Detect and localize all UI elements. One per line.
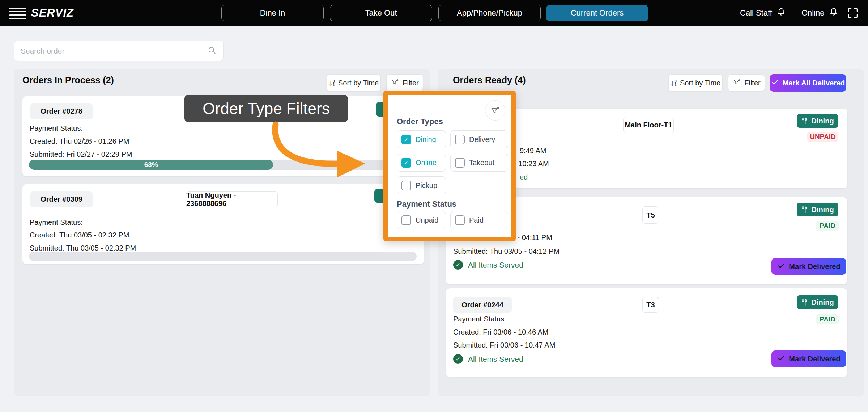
- order-progress-fill: 63%: [29, 160, 273, 170]
- paid-badge: PAID: [816, 221, 839, 231]
- checkbox-label: Delivery: [469, 135, 495, 144]
- sort-by-time-button[interactable]: ↓01 Sort by Time: [668, 74, 723, 92]
- checkbox-empty-icon: [455, 215, 465, 225]
- created-line: Created: Thu 02/26 - 01:26 PM: [30, 137, 129, 146]
- tab-take-out[interactable]: Take Out: [330, 5, 432, 21]
- mark-all-delivered-label: Mark All Delivered: [783, 79, 845, 87]
- table-chip: T5: [642, 206, 659, 224]
- checkbox-label: Takeout: [469, 159, 494, 167]
- created-line: Created: Fri 03/06 - 10:46 AM: [453, 328, 548, 336]
- table-chip: Main Floor-T1: [623, 117, 674, 133]
- dining-badge-label: Dining: [811, 206, 834, 214]
- ready-card-0244[interactable]: Order #0244 T3 Dining PAID Payment Statu…: [446, 288, 847, 377]
- sort-by-time-button[interactable]: ↓01 Sort by Time: [327, 74, 381, 92]
- all-items-served-label: All Items Served: [468, 355, 523, 363]
- checkbox-takeout[interactable]: Takeout: [450, 154, 508, 172]
- dining-badge: Dining: [797, 114, 838, 128]
- order-progress-bar: 63%: [29, 160, 417, 170]
- checkbox-pickup[interactable]: Pickup: [397, 176, 446, 194]
- orders-in-process-title: Orders In Process (2): [22, 75, 114, 85]
- checkbox-delivery[interactable]: Delivery: [450, 130, 508, 148]
- payment-status-label: Payment Status:: [30, 124, 83, 133]
- checkbox-online[interactable]: ✓ Online: [397, 154, 446, 172]
- search-order-box[interactable]: [14, 41, 224, 61]
- mark-delivered-label: Mark Delivered: [789, 355, 840, 363]
- served-text-fragment: ed: [520, 173, 528, 181]
- fork-knife-icon: [801, 117, 808, 125]
- sort-icon: ↓01: [671, 79, 677, 87]
- sort-by-time-label: Sort by Time: [680, 79, 720, 87]
- top-bar: SERVIZ Dine In Take Out App/Phone/Pickup…: [0, 0, 868, 26]
- order-number-chip: Order #0278: [30, 103, 93, 119]
- check-icon: [777, 354, 785, 364]
- call-staff-button[interactable]: Call Staff: [740, 0, 786, 26]
- submitted-line: Submitted: Thu 03/05 - 04:12 PM: [453, 247, 559, 256]
- search-input[interactable]: [21, 47, 207, 55]
- checkbox-paid[interactable]: Paid: [450, 211, 508, 229]
- payment-status-label: Payment Status:: [453, 315, 506, 323]
- bell-icon: [776, 7, 786, 19]
- payment-status-label: Payment Status:: [30, 218, 83, 227]
- bell-icon: [829, 7, 838, 19]
- submitted-line-fragment: - 10:23 AM: [514, 160, 549, 168]
- checkbox-empty-icon: [455, 158, 465, 168]
- tab-app-phone-pickup[interactable]: App/Phone/Pickup: [438, 5, 541, 21]
- unpaid-badge: UNPAID: [807, 132, 838, 142]
- order-card-0309[interactable]: Order #0309 Tuan Nguyen - 2368888696 Pay…: [22, 184, 424, 264]
- checkbox-label: Paid: [469, 216, 484, 224]
- filter-label: Filter: [744, 79, 760, 87]
- mark-all-delivered-button[interactable]: Mark All Delivered: [770, 74, 846, 92]
- table-chip: T3: [642, 297, 659, 313]
- dining-badge: Dining: [797, 203, 838, 216]
- filter-popup: Order Types ✓ Dining Delivery ✓ Online T…: [388, 95, 511, 237]
- order-progress-bar: [29, 252, 417, 261]
- search-icon: [207, 46, 217, 56]
- dining-badge: Dining: [797, 295, 838, 309]
- filter-plus-icon: [391, 78, 399, 88]
- checkbox-label: Dining: [416, 135, 436, 144]
- served-check-icon: ✓: [453, 260, 463, 270]
- annotation-callout: Order Type Filters: [184, 95, 348, 122]
- filter-x-icon: [490, 105, 500, 115]
- checkbox-empty-icon: [401, 181, 411, 190]
- mark-delivered-button[interactable]: Mark Delivered: [771, 350, 846, 367]
- check-icon: [771, 78, 779, 88]
- menu-icon[interactable]: [9, 8, 26, 19]
- order-number-chip: Order #0309: [30, 191, 93, 207]
- checkbox-empty-icon: [455, 135, 465, 144]
- tab-current-orders[interactable]: Current Orders: [546, 5, 648, 21]
- checkbox-label: Unpaid: [416, 216, 438, 224]
- checkbox-dining[interactable]: ✓ Dining: [397, 130, 446, 148]
- paid-badge: PAID: [816, 314, 839, 324]
- checkbox-label: Pickup: [416, 181, 437, 190]
- checkbox-empty-icon: [401, 215, 411, 225]
- order-types-heading: Order Types: [397, 117, 443, 126]
- sort-by-time-label: Sort by Time: [338, 79, 379, 87]
- submitted-line: Submitted: Fri 02/27 - 02:29 PM: [30, 150, 132, 159]
- payment-status-heading: Payment Status: [397, 199, 456, 209]
- fork-knife-icon: [801, 206, 808, 213]
- orders-ready-title: Orders Ready (4): [453, 75, 526, 85]
- all-items-served-row: ✓ All Items Served: [453, 260, 523, 270]
- all-items-served-row: ✓ All Items Served: [453, 354, 523, 364]
- dining-badge-label: Dining: [811, 117, 834, 125]
- clear-filter-button[interactable]: [485, 100, 505, 121]
- fullscreen-icon[interactable]: [847, 7, 859, 19]
- customer-phone-chip: Tuan Nguyen - 2368888696: [186, 191, 278, 207]
- submitted-line: Submitted: Fri 03/06 - 10:47 AM: [453, 341, 555, 349]
- checkbox-unpaid[interactable]: Unpaid: [397, 211, 446, 229]
- progress-percent-label: 63%: [144, 161, 158, 169]
- submitted-line: Submitted: Thu 03/05 - 02:32 PM: [30, 244, 136, 252]
- served-check-icon: ✓: [453, 354, 463, 364]
- filter-popup-highlight: Order Types ✓ Dining Delivery ✓ Online T…: [383, 91, 516, 241]
- tab-dine-in[interactable]: Dine In: [221, 5, 324, 21]
- online-status-button[interactable]: Online: [801, 0, 838, 26]
- dining-badge-label: Dining: [811, 298, 834, 307]
- checkbox-checked-icon: ✓: [401, 158, 411, 168]
- filter-button[interactable]: Filter: [728, 74, 765, 92]
- filter-button[interactable]: Filter: [386, 74, 423, 92]
- filter-label: Filter: [403, 79, 418, 87]
- checkbox-label: Online: [416, 159, 437, 167]
- mark-delivered-button[interactable]: Mark Delivered: [771, 258, 846, 275]
- filter-plus-icon: [732, 78, 741, 88]
